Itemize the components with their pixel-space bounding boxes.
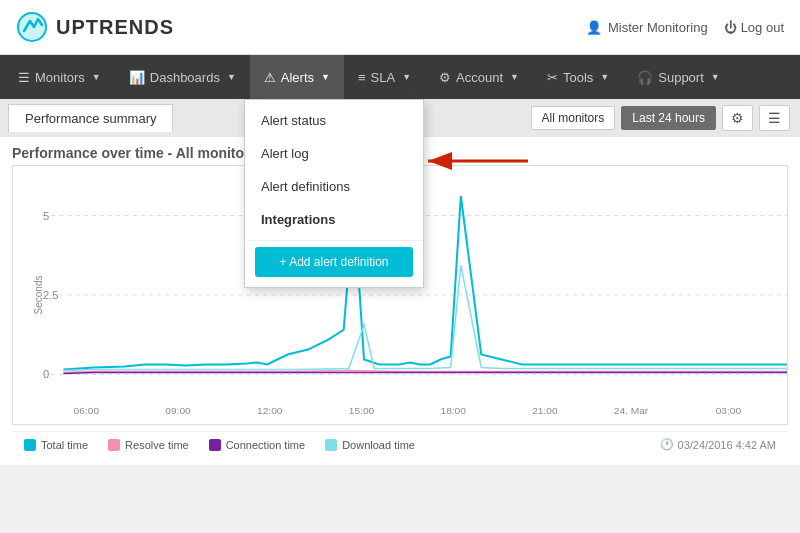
logo-icon (16, 11, 48, 43)
monitors-label: Monitors (35, 70, 85, 85)
account-icon: ⚙ (439, 70, 451, 85)
integrations-label: Integrations (261, 212, 335, 227)
last-24-hours-button[interactable]: Last 24 hours (621, 106, 716, 130)
nav-item-alerts[interactable]: ⚠ Alerts ▼ (250, 55, 344, 99)
dropdown-item-alert-log[interactable]: Alert log (245, 137, 423, 170)
filter-bar: All monitors Last 24 hours ⚙ ☰ (521, 99, 800, 137)
chart-legend: Total time Resolve time Connection time … (12, 431, 788, 457)
tools-arrow: ▼ (600, 72, 609, 82)
account-arrow: ▼ (510, 72, 519, 82)
svg-text:09:00: 09:00 (165, 405, 191, 416)
chart-timestamp: 🕐 03/24/2016 4:42 AM (660, 438, 776, 451)
dashboards-label: Dashboards (150, 70, 220, 85)
svg-text:06:00: 06:00 (74, 405, 100, 416)
dropdown-item-alert-status[interactable]: Alert status (245, 104, 423, 137)
user-name: Mister Monitoring (608, 20, 708, 35)
nav-item-sla[interactable]: ≡ SLA ▼ (344, 55, 425, 99)
legend-download-time: Download time (325, 439, 415, 451)
logo: UPTRENDS (16, 11, 174, 43)
dashboards-icon: 📊 (129, 70, 145, 85)
dropdown-item-alert-definitions[interactable]: Alert definitions (245, 170, 423, 203)
resolve-time-label: Resolve time (125, 439, 189, 451)
sla-icon: ≡ (358, 70, 366, 85)
total-time-color (24, 439, 36, 451)
tools-label: Tools (563, 70, 593, 85)
nav-item-tools[interactable]: ✂ Tools ▼ (533, 55, 623, 99)
alerts-arrow: ▼ (321, 72, 330, 82)
monitors-arrow: ▼ (92, 72, 101, 82)
account-label: Account (456, 70, 503, 85)
svg-text:0: 0 (43, 368, 49, 380)
tools-icon: ✂ (547, 70, 558, 85)
dashboards-arrow: ▼ (227, 72, 236, 82)
alert-status-label: Alert status (261, 113, 326, 128)
add-alert-definition-button[interactable]: + Add alert definition (255, 247, 413, 277)
performance-summary-tab[interactable]: Performance summary (8, 104, 173, 132)
user-info: 👤 Mister Monitoring (586, 20, 708, 35)
legend-resolve-time: Resolve time (108, 439, 189, 451)
log-out-button[interactable]: ⏻ Log out (724, 20, 784, 35)
monitors-icon: ☰ (18, 70, 30, 85)
svg-text:15:00: 15:00 (349, 405, 375, 416)
sla-label: SLA (371, 70, 396, 85)
all-monitors-button[interactable]: All monitors (531, 106, 616, 130)
nav-item-support[interactable]: 🎧 Support ▼ (623, 55, 733, 99)
nav-item-dashboards[interactable]: 📊 Dashboards ▼ (115, 55, 250, 99)
power-icon: ⏻ (724, 20, 737, 35)
nav-item-account[interactable]: ⚙ Account ▼ (425, 55, 533, 99)
svg-text:24. Mar: 24. Mar (614, 405, 649, 416)
legend-total-time: Total time (24, 439, 88, 451)
header: UPTRENDS 👤 Mister Monitoring ⏻ Log out (0, 0, 800, 55)
legend-connection-time: Connection time (209, 439, 306, 451)
svg-text:12:00: 12:00 (257, 405, 283, 416)
download-time-label: Download time (342, 439, 415, 451)
alerts-icon: ⚠ (264, 70, 276, 85)
navbar-wrapper: ☰ Monitors ▼ 📊 Dashboards ▼ ⚠ Alerts ▼ ≡… (0, 55, 800, 99)
connection-time-label: Connection time (226, 439, 306, 451)
download-time-color (325, 439, 337, 451)
y-axis-label: Seconds (33, 276, 44, 315)
resolve-time-color (108, 439, 120, 451)
log-out-label: Log out (741, 20, 784, 35)
alert-log-label: Alert log (261, 146, 309, 161)
alert-definitions-label: Alert definitions (261, 179, 350, 194)
connection-time-color (209, 439, 221, 451)
settings-icon-button[interactable]: ⚙ (722, 105, 753, 131)
header-right: 👤 Mister Monitoring ⏻ Log out (586, 20, 784, 35)
svg-text:5: 5 (43, 210, 49, 222)
alerts-dropdown: Alert status Alert log Alert definitions… (244, 99, 424, 288)
support-icon: 🎧 (637, 70, 653, 85)
support-label: Support (658, 70, 704, 85)
svg-text:03:00: 03:00 (716, 405, 742, 416)
dropdown-divider (245, 240, 423, 241)
nav-item-monitors[interactable]: ☰ Monitors ▼ (4, 55, 115, 99)
menu-icon-button[interactable]: ☰ (759, 105, 790, 131)
logo-text: UPTRENDS (56, 16, 174, 39)
svg-text:2.5: 2.5 (43, 289, 59, 301)
svg-text:18:00: 18:00 (440, 405, 466, 416)
clock-icon: 🕐 (660, 438, 674, 451)
svg-text:21:00: 21:00 (532, 405, 558, 416)
timestamp-value: 03/24/2016 4:42 AM (678, 439, 776, 451)
dropdown-item-integrations[interactable]: Integrations (245, 203, 423, 236)
alerts-label: Alerts (281, 70, 314, 85)
total-time-label: Total time (41, 439, 88, 451)
sla-arrow: ▼ (402, 72, 411, 82)
navbar: ☰ Monitors ▼ 📊 Dashboards ▼ ⚠ Alerts ▼ ≡… (0, 55, 800, 99)
support-arrow: ▼ (711, 72, 720, 82)
user-icon: 👤 (586, 20, 602, 35)
